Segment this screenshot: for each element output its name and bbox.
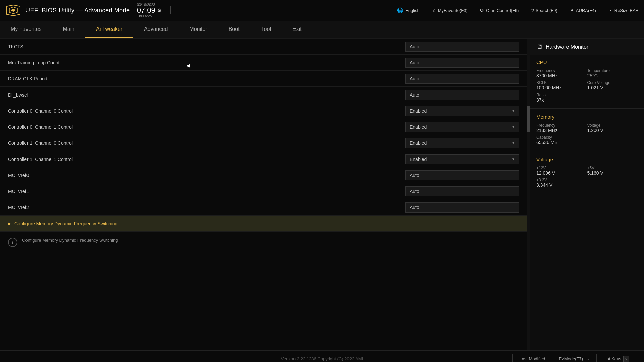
value-box-dll-bwsel[interactable]: Auto bbox=[405, 90, 519, 100]
logo-area: UEFI BIOS Utility — Advanced Mode bbox=[5, 4, 130, 17]
last-modified-button[interactable]: Last Modified bbox=[512, 354, 552, 362]
language-button[interactable]: 🌐 English bbox=[397, 7, 420, 13]
dropdown-arrow-icon-3: ▼ bbox=[512, 141, 515, 145]
dropdown-ctrl1-ch0[interactable]: Enabled ▼ bbox=[405, 138, 519, 148]
setting-row-dram-clk: DRAM CLK Period Auto bbox=[0, 71, 527, 87]
setting-value-mc-vref0[interactable]: Auto bbox=[405, 170, 519, 180]
dropdown-ctrl0-ch1[interactable]: Enabled ▼ bbox=[405, 122, 519, 132]
memory-section-title: Memory bbox=[536, 114, 638, 120]
nav-boot[interactable]: Boot bbox=[218, 21, 251, 38]
sidebar-divider-1 bbox=[530, 108, 644, 109]
content-area: TKCTS Auto Mrc Training Loop Count Auto bbox=[0, 39, 527, 350]
scrollbar-thumb[interactable] bbox=[527, 106, 530, 132]
resizebar-button[interactable]: ⊡ ReSize BAR bbox=[608, 7, 639, 13]
sidebar: 🖥 Hardware Monitor CPU Frequency 3700 MH… bbox=[530, 39, 644, 350]
setting-label-ctrl0-ch1: Controller 0, Channel 1 Control bbox=[8, 124, 405, 130]
value-box-mc-vref2[interactable]: Auto bbox=[405, 202, 519, 213]
dropdown-ctrl0-ch0[interactable]: Enabled ▼ bbox=[405, 106, 519, 116]
myfavorite-button[interactable]: ☆ MyFavorite(F3) bbox=[432, 7, 468, 13]
setting-label-mc-vref1: MC_Vref1 bbox=[8, 189, 405, 194]
search-label: Search(F9) bbox=[536, 8, 557, 13]
app-title: UEFI BIOS Utility — Advanced Mode bbox=[25, 7, 130, 14]
submenu-label: Configure Memory Dynamic Frequency Switc… bbox=[14, 221, 117, 226]
cpu-bclk-label: BCLK 100.00 MHz bbox=[536, 80, 587, 90]
info-text: Configure Memory Dynamic Frequency Switc… bbox=[22, 237, 118, 244]
setting-label-mrc: Mrc Training Loop Count bbox=[8, 60, 405, 65]
value-box-dram-clk[interactable]: Auto bbox=[405, 74, 519, 84]
setting-row-tkcts: TKCTS Auto bbox=[0, 39, 527, 55]
nav-monitor[interactable]: Monitor bbox=[178, 21, 218, 38]
submenu-arrow-icon: ▶ bbox=[8, 221, 11, 226]
info-icon: i bbox=[8, 238, 17, 247]
datetime-area: 03/16/2023 07:09 ⚙ Thursday bbox=[137, 3, 164, 18]
setting-label-mc-vref2: MC_Vref2 bbox=[8, 205, 405, 210]
header-buttons: 🌐 English ☆ MyFavorite(F3) ⟳ Qfan Contro… bbox=[397, 6, 639, 14]
value-box-mc-vref1[interactable]: Auto bbox=[405, 186, 519, 196]
hotkeys-label: Hot Keys bbox=[603, 356, 621, 361]
sidebar-cpu-section: CPU Frequency 3700 MHz Temperature 25°C … bbox=[530, 55, 644, 107]
setting-value-dram-clk[interactable]: Auto bbox=[405, 74, 519, 84]
setting-value-mc-vref2[interactable]: Auto bbox=[405, 202, 519, 213]
value-box-mc-vref0[interactable]: Auto bbox=[405, 170, 519, 180]
cpu-stats-grid: Frequency 3700 MHz Temperature 25°C BCLK… bbox=[536, 68, 638, 103]
setting-value-mrc[interactable]: Auto bbox=[405, 58, 519, 68]
cpu-ratio-label: Ratio 37x bbox=[536, 93, 638, 103]
setting-value-ctrl1-ch1[interactable]: Enabled ▼ bbox=[405, 154, 519, 164]
content-with-scrollbar: TKCTS Auto Mrc Training Loop Count Auto bbox=[0, 39, 530, 350]
nav-exit[interactable]: Exit bbox=[282, 21, 312, 38]
main-layout: TKCTS Auto Mrc Training Loop Count Auto bbox=[0, 39, 644, 350]
value-box-tkcts[interactable]: Auto bbox=[405, 42, 519, 52]
setting-value-ctrl0-ch1[interactable]: Enabled ▼ bbox=[405, 122, 519, 132]
setting-label-dll-bwsel: Dll_bwsel bbox=[8, 92, 405, 98]
resizebar-label: ReSize BAR bbox=[614, 8, 639, 13]
aura-label: AURA(F4) bbox=[576, 8, 596, 13]
day-display: Thursday bbox=[137, 14, 164, 18]
voltage-section-title: Voltage bbox=[536, 157, 638, 162]
memory-voltage-label: Voltage 1.200 V bbox=[587, 123, 638, 133]
ezmode-button[interactable]: EzMode(F7) → bbox=[552, 354, 597, 362]
header-divider-4 bbox=[525, 6, 525, 14]
nav-ai-tweaker[interactable]: Ai Tweaker bbox=[85, 21, 133, 38]
setting-value-mc-vref1[interactable]: Auto bbox=[405, 186, 519, 196]
scrollbar-track[interactable] bbox=[527, 39, 530, 350]
search-button[interactable]: ? Search(F9) bbox=[531, 8, 557, 13]
dropdown-ctrl1-ch1[interactable]: Enabled ▼ bbox=[405, 154, 519, 164]
cpu-temperature-label: Temperature 25°C bbox=[587, 68, 638, 78]
svg-marker-2 bbox=[11, 9, 15, 12]
setting-row-dll-bwsel: Dll_bwsel Auto bbox=[0, 87, 527, 103]
voltage-5v-label: +5V 5.160 V bbox=[587, 166, 638, 176]
version-text: Version 2.22.1286 Copyright (C) 2022 AMI bbox=[281, 356, 363, 361]
nav-my-favorites[interactable]: My Favorites bbox=[0, 21, 52, 38]
hotkeys-button[interactable]: Hot Keys ? bbox=[596, 354, 636, 362]
nav-main[interactable]: Main bbox=[52, 21, 86, 38]
setting-value-ctrl1-ch0[interactable]: Enabled ▼ bbox=[405, 138, 519, 148]
settings-list: TKCTS Auto Mrc Training Loop Count Auto bbox=[0, 39, 527, 350]
nav-advanced[interactable]: Advanced bbox=[133, 21, 178, 38]
sidebar-memory-section: Memory Frequency 2133 MHz Voltage 1.200 … bbox=[530, 110, 644, 149]
aura-icon: ✦ bbox=[570, 7, 574, 13]
sidebar-voltage-section: Voltage +12V 12.096 V +5V 5.160 V +3.3V … bbox=[530, 153, 644, 192]
nav-tool[interactable]: Tool bbox=[251, 21, 282, 38]
memory-stats-grid: Frequency 2133 MHz Voltage 1.200 V Capac… bbox=[536, 123, 638, 145]
cpu-frequency-label: Frequency 3700 MHz bbox=[536, 68, 587, 78]
qfan-button[interactable]: ⟳ Qfan Control(F6) bbox=[480, 7, 519, 13]
asus-logo-icon bbox=[5, 4, 21, 17]
time-display: 07:09 bbox=[137, 7, 155, 14]
setting-value-ctrl0-ch0[interactable]: Enabled ▼ bbox=[405, 106, 519, 116]
setting-row-ctrl0-ch1: Controller 0, Channel 1 Control Enabled … bbox=[0, 119, 527, 135]
hardware-monitor-icon: 🖥 bbox=[536, 43, 542, 50]
memory-frequency-label: Frequency 2133 MHz bbox=[536, 123, 587, 133]
setting-value-dll-bwsel[interactable]: Auto bbox=[405, 90, 519, 100]
value-box-mrc[interactable]: Auto bbox=[405, 58, 519, 68]
voltage-12v-label: +12V 12.096 V bbox=[536, 166, 587, 176]
aura-button[interactable]: ✦ AURA(F4) bbox=[570, 7, 596, 13]
setting-row-ctrl1-ch1: Controller 1, Channel 1 Control Enabled … bbox=[0, 151, 527, 167]
header-divider-1 bbox=[170, 6, 171, 14]
setting-label-ctrl0-ch0: Controller 0, Channel 0 Control bbox=[8, 108, 405, 114]
setting-label-tkcts: TKCTS bbox=[8, 44, 405, 49]
search-icon: ? bbox=[531, 8, 534, 13]
submenu-configure-memory[interactable]: ▶ Configure Memory Dynamic Frequency Swi… bbox=[0, 216, 527, 232]
favorite-icon: ☆ bbox=[432, 7, 436, 13]
setting-value-tkcts[interactable]: Auto bbox=[405, 42, 519, 52]
settings-gear-icon[interactable]: ⚙ bbox=[157, 8, 162, 13]
